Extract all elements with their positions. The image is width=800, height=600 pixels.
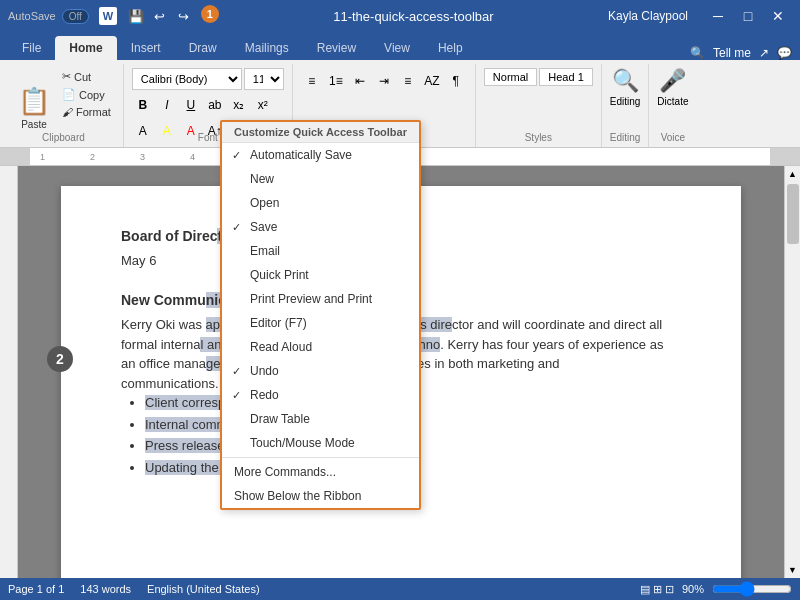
menu-item-print-preview[interactable]: Print Preview and Print (222, 287, 419, 311)
editing-group: 🔍 Editing Editing (602, 64, 650, 147)
paste-button[interactable]: 📋 Paste (12, 66, 56, 132)
word-icon: W (99, 7, 117, 25)
strikethrough-button[interactable]: ab (204, 94, 226, 116)
vertical-ruler (0, 166, 18, 578)
font-size-select[interactable]: 11 (244, 68, 284, 90)
subscript-button[interactable]: x₂ (228, 94, 250, 116)
clipboard-group: 📋 Paste ✂ Cut 📄 Copy 🖌 Format Clipboard (4, 64, 124, 147)
autosave-toggle[interactable]: Off (62, 9, 89, 24)
scroll-track[interactable] (785, 182, 800, 562)
share-icon[interactable]: ↗ (759, 46, 769, 60)
show-marks-button[interactable]: ¶ (445, 70, 467, 92)
scroll-thumb[interactable] (787, 184, 799, 244)
language: English (United States) (147, 583, 260, 595)
circle-2: 2 (47, 346, 73, 372)
clipboard-label: Clipboard (4, 132, 123, 143)
tab-insert[interactable]: Insert (117, 36, 175, 60)
paste-label: Paste (21, 119, 47, 130)
status-bar: Page 1 of 1 143 words English (United St… (0, 578, 800, 600)
search-icon[interactable]: 🔍 (690, 46, 705, 60)
menu-item-new[interactable]: New (222, 167, 419, 191)
menu-item-more-commands[interactable]: More Commands... (222, 460, 419, 484)
tell-me-label[interactable]: Tell me (713, 46, 751, 60)
ribbon-tabs: File Home Insert Draw Mailings Review Vi… (0, 32, 800, 60)
align-left-button[interactable]: ≡ (397, 70, 419, 92)
tab-home[interactable]: Home (55, 36, 116, 60)
style-normal[interactable]: Normal (484, 68, 537, 86)
comments-icon[interactable]: 💬 (777, 46, 792, 60)
view-icons[interactable]: ▤ ⊞ ⊡ (640, 583, 674, 596)
word-count: 143 words (80, 583, 131, 595)
maximize-button[interactable]: □ (734, 6, 762, 26)
tab-help[interactable]: Help (424, 36, 477, 60)
menu-item-email[interactable]: Email (222, 239, 419, 263)
style-heading1[interactable]: Head 1 (539, 68, 592, 86)
redo-button[interactable]: ↪ (173, 5, 195, 27)
undo-button[interactable]: ↩ (149, 5, 171, 27)
menu-item-undo[interactable]: Undo (222, 359, 419, 383)
brush-icon: 🖌 (62, 106, 73, 118)
editing-label: Editing (610, 96, 641, 107)
qat-dropdown-button[interactable]: 1 (201, 5, 219, 23)
copy-icon: 📄 (62, 88, 76, 101)
tab-view[interactable]: View (370, 36, 424, 60)
numbering-button[interactable]: 1≡ (325, 70, 347, 92)
menu-item-save[interactable]: Save (222, 215, 419, 239)
copy-button[interactable]: 📄 Copy (58, 86, 115, 103)
styles-label: Styles (476, 132, 601, 143)
autosave-label: AutoSave (8, 10, 56, 22)
tab-review[interactable]: Review (303, 36, 370, 60)
find-icon: 🔍 (612, 68, 639, 94)
paste-icon: 📋 (18, 86, 50, 117)
ruler-margin-left (0, 148, 30, 165)
scroll-down-arrow[interactable]: ▼ (785, 562, 801, 578)
cut-icon: ✂ (62, 70, 71, 83)
format-painter-button[interactable]: 🖌 Format (58, 104, 115, 120)
menu-separator (222, 457, 419, 458)
tab-draw[interactable]: Draw (175, 36, 231, 60)
sort-button[interactable]: AZ (421, 70, 443, 92)
indent-right-button[interactable]: ⇥ (373, 70, 395, 92)
indent-left-button[interactable]: ⇤ (349, 70, 371, 92)
scroll-up-arrow[interactable]: ▲ (785, 166, 801, 182)
menu-item-open[interactable]: Open (222, 191, 419, 215)
close-button[interactable]: ✕ (764, 6, 792, 26)
menu-item-quick-print[interactable]: Quick Print (222, 263, 419, 287)
menu-item-read-aloud[interactable]: Read Aloud (222, 335, 419, 359)
ribbon: 📋 Paste ✂ Cut 📄 Copy 🖌 Format Clipboard … (0, 60, 800, 148)
document-title: 11-the-quick-access-toolbar (219, 9, 608, 24)
dictate-label: Dictate (657, 96, 688, 107)
menu-header: Customize Quick Access Toolbar (222, 122, 419, 143)
username-label: Kayla Claypool (608, 9, 688, 23)
zoom-level: 90% (682, 583, 704, 595)
editing-group-label: Editing (602, 132, 649, 143)
qat-customize-menu: Customize Quick Access Toolbar Automatic… (220, 120, 421, 510)
zoom-slider[interactable] (712, 581, 792, 597)
voice-label: Voice (649, 132, 696, 143)
vertical-scrollbar[interactable]: ▲ ▼ (784, 166, 800, 578)
menu-item-editor[interactable]: Editor (F7) (222, 311, 419, 335)
ruler-margin-right (770, 148, 800, 165)
superscript-button[interactable]: x² (252, 94, 274, 116)
circle-1-label: 1 (207, 8, 213, 20)
dictate-icon: 🎤 (659, 68, 686, 94)
menu-item-touch-mouse[interactable]: Touch/Mouse Mode (222, 431, 419, 455)
menu-item-autosave[interactable]: Automatically Save (222, 143, 419, 167)
cut-button[interactable]: ✂ Cut (58, 68, 115, 85)
menu-item-redo[interactable]: Redo (222, 383, 419, 407)
voice-group: 🎤 Dictate Voice (649, 64, 696, 147)
save-button[interactable]: 💾 (125, 5, 147, 27)
underline-button[interactable]: U (180, 94, 202, 116)
tab-file[interactable]: File (8, 36, 55, 60)
page-count: Page 1 of 1 (8, 583, 64, 595)
menu-item-show-below-ribbon[interactable]: Show Below the Ribbon (222, 484, 419, 508)
italic-button[interactable]: I (156, 94, 178, 116)
bullets-button[interactable]: ≡ (301, 70, 323, 92)
font-family-select[interactable]: Calibri (Body) (132, 68, 242, 90)
title-bar: AutoSave Off W 💾 ↩ ↪ 1 11-the-quick-acce… (0, 0, 800, 32)
tab-mailings[interactable]: Mailings (231, 36, 303, 60)
styles-group: Normal Head 1 Styles (476, 64, 602, 147)
bold-button[interactable]: B (132, 94, 154, 116)
menu-item-draw-table[interactable]: Draw Table (222, 407, 419, 431)
minimize-button[interactable]: ─ (704, 6, 732, 26)
